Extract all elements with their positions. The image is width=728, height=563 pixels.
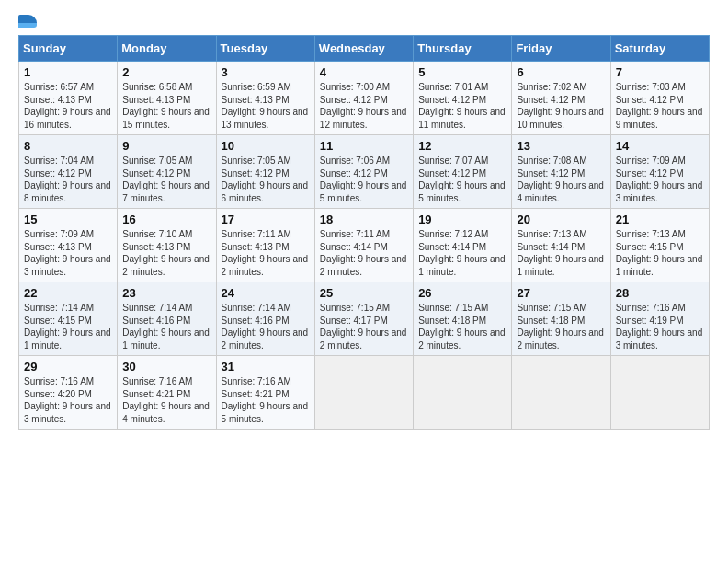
day-content: Sunrise: 7:10 AMSunset: 4:13 PMDaylight:… bbox=[122, 229, 210, 277]
day-content: Sunrise: 7:06 AMSunset: 4:12 PMDaylight:… bbox=[320, 155, 407, 203]
day-content: Sunrise: 7:05 AMSunset: 4:12 PMDaylight:… bbox=[122, 155, 210, 203]
calendar-table: SundayMondayTuesdayWednesdayThursdayFrid… bbox=[18, 35, 710, 430]
day-content: Sunrise: 6:59 AMSunset: 4:13 PMDaylight:… bbox=[222, 82, 309, 130]
calendar-week-row: 29Sunrise: 7:16 AMSunset: 4:20 PMDayligh… bbox=[19, 356, 710, 430]
day-number: 30 bbox=[122, 360, 210, 373]
day-content: Sunrise: 7:02 AMSunset: 4:12 PMDaylight:… bbox=[517, 82, 604, 130]
day-content: Sunrise: 7:14 AMSunset: 4:15 PMDaylight:… bbox=[24, 303, 111, 350]
calendar-cell: 28Sunrise: 7:16 AMSunset: 4:19 PMDayligh… bbox=[610, 282, 709, 356]
day-content: Sunrise: 7:13 AMSunset: 4:14 PMDaylight:… bbox=[517, 229, 604, 277]
calendar-cell: 31Sunrise: 7:16 AMSunset: 4:21 PMDayligh… bbox=[216, 356, 314, 430]
calendar-cell: 25Sunrise: 7:15 AMSunset: 4:17 PMDayligh… bbox=[314, 282, 413, 356]
day-number: 9 bbox=[122, 139, 210, 153]
day-content: Sunrise: 7:14 AMSunset: 4:16 PMDaylight:… bbox=[122, 303, 210, 350]
weekday-header-friday: Friday bbox=[512, 36, 610, 62]
day-content: Sunrise: 7:16 AMSunset: 4:19 PMDaylight:… bbox=[616, 303, 703, 350]
calendar-cell: 12Sunrise: 7:07 AMSunset: 4:12 PMDayligh… bbox=[414, 135, 512, 209]
day-number: 17 bbox=[222, 213, 310, 226]
calendar-cell: 23Sunrise: 7:14 AMSunset: 4:16 PMDayligh… bbox=[118, 282, 216, 356]
day-number: 13 bbox=[517, 139, 605, 153]
weekday-header-thursday: Thursday bbox=[414, 36, 512, 62]
calendar-cell: 20Sunrise: 7:13 AMSunset: 4:14 PMDayligh… bbox=[512, 209, 610, 282]
weekday-header-row: SundayMondayTuesdayWednesdayThursdayFrid… bbox=[19, 36, 710, 62]
weekday-header-wednesday: Wednesday bbox=[314, 36, 413, 62]
calendar-week-row: 1Sunrise: 6:57 AMSunset: 4:13 PMDaylight… bbox=[19, 62, 710, 135]
weekday-header-monday: Monday bbox=[118, 36, 216, 62]
calendar-cell: 6Sunrise: 7:02 AMSunset: 4:12 PMDaylight… bbox=[512, 62, 610, 135]
calendar-cell bbox=[512, 356, 610, 430]
calendar-cell: 5Sunrise: 7:01 AMSunset: 4:12 PMDaylight… bbox=[414, 62, 512, 135]
calendar-cell: 11Sunrise: 7:06 AMSunset: 4:12 PMDayligh… bbox=[314, 135, 413, 209]
day-number: 20 bbox=[517, 213, 605, 226]
calendar-cell bbox=[314, 356, 413, 430]
day-content: Sunrise: 7:03 AMSunset: 4:12 PMDaylight:… bbox=[616, 82, 703, 130]
day-number: 31 bbox=[222, 360, 310, 373]
day-content: Sunrise: 7:15 AMSunset: 4:18 PMDaylight:… bbox=[418, 303, 506, 350]
weekday-header-saturday: Saturday bbox=[610, 36, 709, 62]
weekday-header-sunday: Sunday bbox=[19, 36, 118, 62]
day-number: 18 bbox=[320, 213, 408, 226]
calendar-cell: 21Sunrise: 7:13 AMSunset: 4:15 PMDayligh… bbox=[610, 209, 709, 282]
day-content: Sunrise: 7:01 AMSunset: 4:12 PMDaylight:… bbox=[418, 82, 506, 130]
calendar-cell: 30Sunrise: 7:16 AMSunset: 4:21 PMDayligh… bbox=[118, 356, 216, 430]
day-number: 24 bbox=[222, 286, 310, 300]
day-content: Sunrise: 7:15 AMSunset: 4:18 PMDaylight:… bbox=[517, 303, 604, 350]
day-content: Sunrise: 7:16 AMSunset: 4:21 PMDaylight:… bbox=[122, 376, 210, 424]
day-content: Sunrise: 7:09 AMSunset: 4:12 PMDaylight:… bbox=[616, 155, 703, 203]
day-number: 19 bbox=[418, 213, 506, 226]
calendar-week-row: 15Sunrise: 7:09 AMSunset: 4:13 PMDayligh… bbox=[19, 209, 710, 282]
day-number: 23 bbox=[122, 286, 210, 300]
day-number: 25 bbox=[320, 286, 408, 300]
logo bbox=[18, 15, 40, 28]
day-number: 28 bbox=[616, 286, 704, 300]
day-number: 6 bbox=[517, 65, 605, 79]
day-content: Sunrise: 7:11 AMSunset: 4:14 PMDaylight:… bbox=[320, 229, 407, 277]
day-number: 22 bbox=[24, 286, 112, 300]
calendar-cell bbox=[414, 356, 512, 430]
day-number: 21 bbox=[616, 213, 704, 226]
calendar-cell: 4Sunrise: 7:00 AMSunset: 4:12 PMDaylight… bbox=[314, 62, 413, 135]
calendar-week-row: 8Sunrise: 7:04 AMSunset: 4:12 PMDaylight… bbox=[19, 135, 710, 209]
calendar-cell: 16Sunrise: 7:10 AMSunset: 4:13 PMDayligh… bbox=[118, 209, 216, 282]
day-content: Sunrise: 7:05 AMSunset: 4:12 PMDaylight:… bbox=[222, 155, 309, 203]
calendar-cell: 24Sunrise: 7:14 AMSunset: 4:16 PMDayligh… bbox=[216, 282, 314, 356]
page-container: SundayMondayTuesdayWednesdayThursdayFrid… bbox=[0, 0, 728, 439]
calendar-cell: 14Sunrise: 7:09 AMSunset: 4:12 PMDayligh… bbox=[610, 135, 709, 209]
day-number: 5 bbox=[418, 65, 506, 79]
day-content: Sunrise: 7:09 AMSunset: 4:13 PMDaylight:… bbox=[24, 229, 111, 277]
day-number: 12 bbox=[418, 139, 506, 153]
day-content: Sunrise: 7:13 AMSunset: 4:15 PMDaylight:… bbox=[616, 229, 703, 277]
day-number: 26 bbox=[418, 286, 506, 300]
weekday-header-tuesday: Tuesday bbox=[216, 36, 314, 62]
day-content: Sunrise: 7:16 AMSunset: 4:21 PMDaylight:… bbox=[222, 376, 309, 424]
day-number: 7 bbox=[616, 65, 704, 79]
calendar-cell: 13Sunrise: 7:08 AMSunset: 4:12 PMDayligh… bbox=[512, 135, 610, 209]
logo-flag-icon bbox=[18, 15, 37, 28]
day-number: 1 bbox=[24, 65, 112, 79]
calendar-cell: 3Sunrise: 6:59 AMSunset: 4:13 PMDaylight… bbox=[216, 62, 314, 135]
calendar-cell bbox=[610, 356, 709, 430]
day-number: 29 bbox=[24, 360, 112, 373]
day-number: 14 bbox=[616, 139, 704, 153]
calendar-cell: 19Sunrise: 7:12 AMSunset: 4:14 PMDayligh… bbox=[414, 209, 512, 282]
day-content: Sunrise: 6:58 AMSunset: 4:13 PMDaylight:… bbox=[122, 82, 210, 130]
day-number: 10 bbox=[222, 139, 310, 153]
day-content: Sunrise: 7:12 AMSunset: 4:14 PMDaylight:… bbox=[418, 229, 506, 277]
day-number: 15 bbox=[24, 213, 112, 226]
day-number: 27 bbox=[517, 286, 605, 300]
day-content: Sunrise: 7:14 AMSunset: 4:16 PMDaylight:… bbox=[222, 303, 309, 350]
day-number: 11 bbox=[320, 139, 408, 153]
day-content: Sunrise: 7:04 AMSunset: 4:12 PMDaylight:… bbox=[24, 155, 111, 203]
day-number: 3 bbox=[222, 65, 310, 79]
day-content: Sunrise: 7:15 AMSunset: 4:17 PMDaylight:… bbox=[320, 303, 407, 350]
calendar-cell: 8Sunrise: 7:04 AMSunset: 4:12 PMDaylight… bbox=[19, 135, 118, 209]
day-content: Sunrise: 7:11 AMSunset: 4:13 PMDaylight:… bbox=[222, 229, 309, 277]
day-content: Sunrise: 7:00 AMSunset: 4:12 PMDaylight:… bbox=[320, 82, 407, 130]
day-content: Sunrise: 7:07 AMSunset: 4:12 PMDaylight:… bbox=[418, 155, 506, 203]
calendar-cell: 18Sunrise: 7:11 AMSunset: 4:14 PMDayligh… bbox=[314, 209, 413, 282]
calendar-cell: 15Sunrise: 7:09 AMSunset: 4:13 PMDayligh… bbox=[19, 209, 118, 282]
calendar-cell: 9Sunrise: 7:05 AMSunset: 4:12 PMDaylight… bbox=[118, 135, 216, 209]
calendar-cell: 1Sunrise: 6:57 AMSunset: 4:13 PMDaylight… bbox=[19, 62, 118, 135]
day-content: Sunrise: 6:57 AMSunset: 4:13 PMDaylight:… bbox=[24, 82, 111, 130]
day-number: 2 bbox=[122, 65, 210, 79]
